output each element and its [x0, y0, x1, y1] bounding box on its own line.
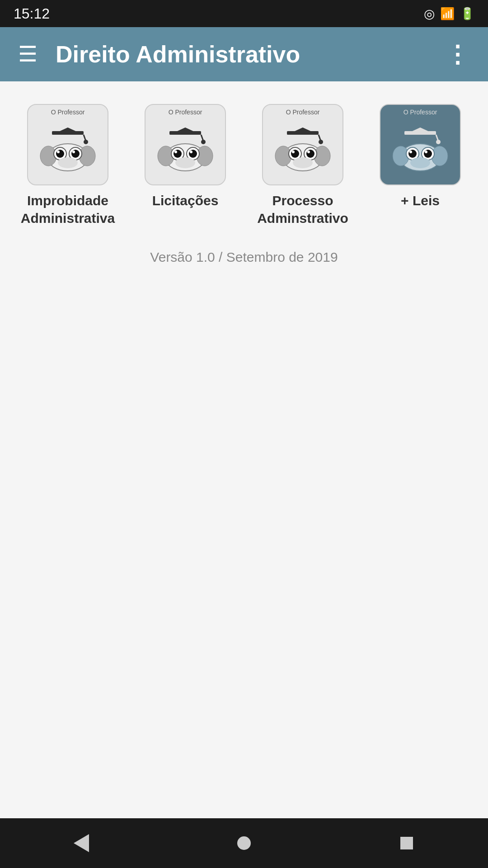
battery-icon: 🔋 — [460, 7, 474, 21]
owl-face-mais-leis — [384, 118, 456, 181]
app-bar: ☰ Direito Administrativo ⋮ — [0, 27, 488, 81]
recent-icon — [400, 837, 413, 849]
grid-item-processo[interactable]: O Professor — [244, 95, 361, 236]
grid-item-licitacoes[interactable]: O Professor — [127, 95, 244, 236]
svg-point-27 — [190, 151, 192, 153]
recent-apps-button[interactable] — [389, 825, 425, 861]
more-options-button[interactable]: ⋮ — [446, 41, 470, 68]
owl-face-processo — [267, 118, 339, 181]
target-icon: ◎ — [424, 6, 435, 21]
hamburger-menu-button[interactable]: ☰ — [18, 43, 38, 65]
svg-point-14 — [58, 157, 78, 168]
svg-point-29 — [175, 157, 195, 168]
item-label-licitacoes: Licitações — [152, 192, 219, 209]
back-icon — [74, 834, 89, 852]
icon-wrapper-mais-leis: O Professor — [380, 104, 461, 185]
svg-point-48 — [436, 140, 441, 144]
svg-point-59 — [410, 157, 430, 168]
svg-point-12 — [72, 151, 75, 153]
icon-label-mais-leis: O Professor — [404, 108, 437, 116]
owl-face-improbidade — [32, 118, 104, 181]
icon-label-licitacoes: O Professor — [169, 108, 202, 116]
svg-point-41 — [292, 151, 295, 153]
svg-point-9 — [56, 150, 64, 158]
svg-point-18 — [201, 140, 206, 144]
signal-icon: 📶 — [440, 7, 455, 21]
svg-point-55 — [424, 150, 432, 158]
version-text: Versão 1.0 / Setembro de 2019 — [9, 250, 479, 265]
home-button[interactable] — [226, 825, 262, 861]
svg-point-44 — [293, 157, 313, 168]
back-button[interactable] — [63, 825, 99, 861]
svg-point-33 — [319, 140, 323, 144]
svg-point-57 — [425, 151, 427, 153]
status-icons: ◎ 📶 🔋 — [424, 6, 474, 21]
icon-wrapper-licitacoes: O Professor — [145, 104, 226, 185]
app-title: Direito Administrativo — [56, 41, 446, 68]
svg-point-40 — [306, 150, 314, 158]
item-label-processo: ProcessoAdminstrativo — [257, 192, 348, 227]
home-icon — [237, 836, 251, 850]
svg-point-42 — [307, 151, 310, 153]
owl-face-licitacoes — [149, 118, 221, 181]
item-label-improbidade: ImprobidadeAdministrativa — [21, 192, 115, 227]
icon-wrapper-processo: O Professor — [262, 104, 343, 185]
nav-bar — [0, 818, 488, 868]
svg-point-54 — [408, 150, 417, 158]
svg-point-25 — [189, 150, 197, 158]
svg-point-39 — [291, 150, 299, 158]
grid-item-mais-leis[interactable]: O Professor — [361, 95, 479, 236]
icon-label-processo: O Professor — [286, 108, 320, 116]
status-time: 15:12 — [14, 5, 50, 22]
icon-wrapper-improbidade: O Professor — [27, 104, 108, 185]
status-bar: 15:12 ◎ 📶 🔋 — [0, 0, 488, 27]
svg-point-24 — [174, 150, 182, 158]
svg-point-10 — [71, 150, 80, 158]
main-content: O Professor — [0, 81, 488, 818]
svg-point-11 — [57, 151, 60, 153]
items-grid: O Professor — [9, 95, 479, 236]
svg-point-56 — [409, 151, 412, 153]
svg-point-26 — [174, 151, 177, 153]
item-label-mais-leis: + Leis — [401, 192, 440, 209]
svg-point-3 — [84, 140, 88, 144]
grid-item-improbidade[interactable]: O Professor — [9, 95, 127, 236]
icon-label-improbidade: O Professor — [51, 108, 85, 116]
